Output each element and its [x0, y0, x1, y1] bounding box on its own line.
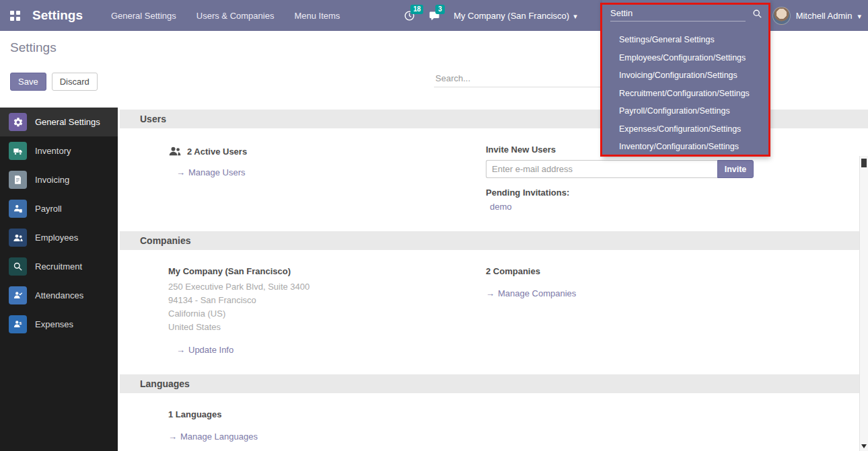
odoo-settings-screen: Settings General Settings Users & Compan…	[0, 0, 868, 451]
search-icon	[752, 9, 762, 19]
sidebar-item-general-settings[interactable]: General Settings	[0, 108, 118, 136]
companies-count: 2 Companies	[486, 266, 755, 276]
company-address: 250 Executive Park Blvd, Suite 3400 9413…	[168, 280, 486, 334]
address-line: 94134 - San Francisco	[168, 294, 486, 307]
sidebar-item-invoicing[interactable]: Invoicing	[0, 165, 118, 194]
sidebar-item-label: Invoicing	[35, 175, 69, 185]
discard-button[interactable]: Discard	[52, 73, 98, 91]
apps-menu-button[interactable]	[0, 0, 30, 31]
navbar-search	[602, 0, 770, 27]
scroll-down-arrow-icon[interactable]	[861, 444, 867, 448]
address-line: 250 Executive Park Blvd, Suite 3400	[168, 280, 486, 294]
sidebar-item-recruitment[interactable]: Recruitment	[0, 252, 118, 281]
sidebar-item-label: General Settings	[35, 117, 100, 127]
arrow-right-icon	[176, 167, 185, 177]
menu-menu-items[interactable]: Menu Items	[294, 11, 340, 21]
menu-general-settings[interactable]: General Settings	[111, 11, 176, 21]
invite-button[interactable]: Invite	[717, 160, 754, 178]
sidebar-item-label: Attendances	[35, 290, 83, 300]
messages-badge: 3	[435, 5, 445, 14]
attendance-icon	[9, 286, 27, 304]
app-title: Settings	[32, 8, 83, 23]
pending-invitation-user[interactable]: demo	[490, 202, 512, 212]
sidebar-item-label: Inventory	[35, 146, 71, 156]
page-body: General Settings Inventory Invoicing Pay…	[0, 108, 868, 451]
activities-button[interactable]: 18	[404, 10, 415, 22]
scrollbar-thumb[interactable]	[861, 159, 867, 167]
sidebar-item-payroll[interactable]: Payroll	[0, 194, 118, 223]
languages-count: 1 Languages	[168, 409, 486, 419]
manage-languages-link[interactable]: Manage Languages	[168, 432, 258, 442]
activities-badge: 18	[410, 5, 423, 14]
svg-text:$: $	[19, 321, 22, 325]
chevron-down-icon	[573, 11, 577, 21]
expense-icon: $	[9, 315, 27, 333]
search-result-item[interactable]: Recruitment/Configuration/Settings	[602, 85, 770, 103]
search-result-item[interactable]: Expenses/Configuration/Settings	[602, 120, 770, 138]
active-users-count: 2 Active Users	[187, 147, 247, 157]
address-line: California (US)	[168, 307, 486, 321]
user-menu[interactable]: Mitchell Admin	[772, 7, 861, 25]
user-name: Mitchell Admin	[796, 11, 853, 21]
search-result-item[interactable]: Settings/General Settings	[602, 31, 770, 49]
settings-content: Users 2 Active Users Manage Users	[118, 108, 868, 451]
sidebar-item-label: Payroll	[35, 204, 62, 214]
search-result-item[interactable]: Inventory/Configuration/Settings	[602, 138, 770, 156]
vertical-scrollbar[interactable]	[859, 156, 868, 451]
search-result-item[interactable]: Payroll/Configuration/Settings	[602, 102, 770, 120]
pending-invitations-label: Pending Invitations:	[486, 188, 755, 198]
recruitment-icon	[9, 257, 27, 276]
section-header-languages: Languages	[120, 374, 868, 393]
control-panel-buttons: Save Discard	[10, 73, 98, 91]
sidebar-item-label: Employees	[35, 233, 78, 243]
update-info-link[interactable]: Update Info	[176, 345, 233, 355]
section-companies: My Company (San Francisco) 250 Executive…	[118, 250, 868, 374]
sidebar-item-label: Recruitment	[35, 261, 82, 272]
navbar-menu: General Settings Users & Companies Menu …	[111, 11, 340, 21]
settings-sidebar: General Settings Inventory Invoicing Pay…	[0, 108, 118, 451]
arrow-right-icon	[176, 345, 185, 355]
users-icon	[168, 145, 182, 158]
sidebar-item-employees[interactable]: Employees	[0, 223, 118, 252]
messages-button[interactable]: 3	[429, 10, 440, 22]
arrow-right-icon	[486, 288, 495, 298]
manage-users-link[interactable]: Manage Users	[176, 167, 246, 177]
company-name: My Company (San Francisco)	[168, 266, 486, 276]
truck-icon	[9, 142, 27, 160]
menu-users-companies[interactable]: Users & Companies	[196, 11, 275, 21]
apps-grid-icon	[10, 11, 20, 21]
employees-icon	[9, 229, 27, 247]
sidebar-item-inventory[interactable]: Inventory	[0, 136, 118, 165]
manage-companies-link[interactable]: Manage Companies	[486, 288, 576, 298]
sidebar-item-attendances[interactable]: Attendances	[0, 281, 118, 310]
search-result-item[interactable]: Employees/Configuration/Settings	[602, 49, 770, 67]
address-line: United States	[168, 321, 486, 334]
company-switcher-label: My Company (San Francisco)	[454, 11, 569, 21]
avatar	[772, 7, 791, 25]
save-button[interactable]: Save	[10, 73, 46, 91]
search-results-list: Settings/General Settings Employees/Conf…	[602, 27, 770, 156]
section-header-companies: Companies	[120, 231, 868, 250]
arrow-right-icon	[168, 432, 177, 442]
page-title: Settings	[10, 40, 57, 55]
payroll-icon	[9, 200, 27, 218]
invite-email-input[interactable]	[486, 160, 717, 178]
invoice-icon	[9, 171, 27, 189]
navbar-search-input[interactable]	[610, 5, 746, 22]
sidebar-item-expenses[interactable]: $ Expenses	[0, 310, 118, 339]
section-languages: 1 Languages Manage Languages	[118, 393, 868, 451]
company-switcher[interactable]: My Company (San Francisco)	[454, 11, 577, 21]
gear-icon	[9, 113, 27, 131]
sidebar-item-label: Expenses	[35, 319, 73, 329]
chevron-down-icon	[857, 11, 861, 21]
search-suggestions-dropdown: Settings/General Settings Employees/Conf…	[602, 0, 770, 157]
search-result-item[interactable]: Invoicing/Configuration/Settings	[602, 67, 770, 85]
